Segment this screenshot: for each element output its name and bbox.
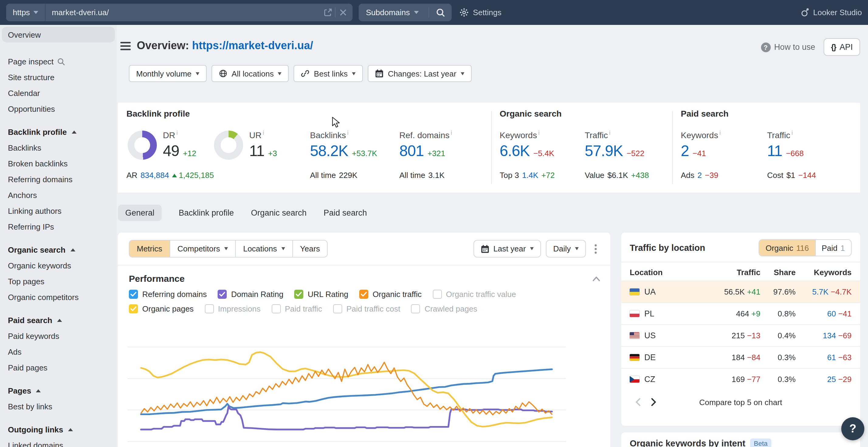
checkbox-paid-traffic-cost[interactable]: Paid traffic cost [333,304,400,313]
sidebar-item-paid-pages[interactable]: Paid pages [0,359,117,375]
segment-metrics[interactable]: Metrics [129,241,169,257]
location-row-cz[interactable]: CZ169 −770.3%25 −29 [621,368,860,390]
api-button[interactable]: {} API [824,38,860,56]
sidebar-item-referring-ips[interactable]: Referring IPs [0,219,117,234]
filter-monthly-volume-button[interactable]: Monthly volume [129,65,207,82]
filter-changes-last-year-button[interactable]: Changes: Last year [368,65,471,82]
checked-checkbox-icon[interactable] [129,290,138,299]
paid-traffic-value[interactable]: 11 [767,142,782,160]
scope-dropdown[interactable]: Subdomains [359,8,429,17]
sidebar-item-calendar[interactable]: Calendar [0,85,117,101]
checkbox-organic-traffic-value[interactable]: Organic traffic value [432,290,516,299]
backlinks-value[interactable]: 58.2K [310,142,348,160]
info-icon[interactable]: i [347,129,348,136]
info-icon[interactable]: i [792,129,793,136]
sidebar-item-opportunities[interactable]: Opportunities [0,101,117,116]
keywords-value[interactable]: 61 [827,353,836,362]
sidebar-section-backlink-profile[interactable]: Backlink profile [0,124,117,140]
settings-button[interactable]: Settings [460,0,501,25]
sidebar-item-anchors[interactable]: Anchors [0,187,117,203]
unchecked-checkbox-icon[interactable] [333,304,342,313]
unchecked-checkbox-icon[interactable] [432,290,442,299]
col-share[interactable]: Share [761,268,796,277]
date-range-button[interactable]: Last year [473,240,541,257]
filter-best-links-button[interactable]: Best links [294,65,363,82]
sidebar-item-best-by-links[interactable]: Best by links [0,399,117,414]
info-icon[interactable]: i [719,129,721,136]
sidebar-item-referring-domains[interactable]: Referring domains [0,171,117,187]
toggle-organic[interactable]: Organic116 [760,240,815,256]
keywords-value[interactable]: 60 [827,309,836,318]
checkbox-crawled-pages[interactable]: Crawled pages [411,304,477,313]
tab-paid-search[interactable]: Paid search [324,205,367,221]
ar-value[interactable]: 834,884 [141,171,169,180]
sidebar-item-organic-competitors[interactable]: Organic competitors [0,289,117,305]
filter-all-locations-button[interactable]: All locations [212,65,289,82]
info-icon[interactable]: i [176,129,178,136]
checked-checkbox-icon[interactable] [218,290,227,299]
performance-chart[interactable] [128,334,566,447]
organic-keywords-value[interactable]: 6.6K [500,142,530,160]
sidebar-item-linking-authors[interactable]: Linking authors [0,203,117,219]
checked-checkbox-icon[interactable] [129,304,138,313]
sidebar-section-pages[interactable]: Pages [0,383,117,399]
keywords-value[interactable]: 134 [823,331,836,340]
sidebar-item-page-inspect[interactable]: Page inspect [0,54,117,69]
protocol-dropdown[interactable]: https [6,4,45,21]
checkbox-organic-traffic[interactable]: Organic traffic [359,290,422,299]
sidebar-section-outgoing-links[interactable]: Outgoing links [0,421,117,437]
location-row-ua[interactable]: UA56.5K +4197.6%5.7K −4.7K [621,281,860,303]
col-keywords[interactable]: Keywords [796,268,851,277]
segment-locations[interactable]: Locations [235,241,292,257]
sidebar-item-broken-backlinks[interactable]: Broken backlinks [0,156,117,171]
checkbox-referring-domains[interactable]: Referring domains [129,290,207,299]
sidebar-item-site-structure[interactable]: Site structure [0,69,117,85]
col-traffic[interactable]: Traffic [705,268,761,277]
collapse-section-icon[interactable] [592,275,600,281]
checkbox-organic-pages[interactable]: Organic pages [129,304,194,313]
sidebar-item-ads[interactable]: Ads [0,344,117,359]
col-location[interactable]: Location [630,268,705,277]
info-icon[interactable]: i [262,129,264,136]
checkbox-domain-rating[interactable]: Domain Rating [218,290,283,299]
sidebar-item-top-pages[interactable]: Top pages [0,273,117,289]
ads-value[interactable]: 2 [698,171,702,180]
compare-top5-link[interactable]: Compare top 5 on chart [621,398,860,407]
paid-keywords-value[interactable]: 2 [681,142,689,160]
toggle-paid[interactable]: Paid1 [815,240,851,256]
checkbox-url-rating[interactable]: URL Rating [294,290,348,299]
tab-backlink-profile[interactable]: Backlink profile [179,205,234,221]
segment-years[interactable]: Years [292,241,327,257]
organic-traffic-value[interactable]: 57.9K [585,142,623,160]
looker-studio-button[interactable]: Looker Studio [801,0,862,25]
target-url-link[interactable]: https://market-dveri.ua/ [192,39,313,51]
segment-competitors[interactable]: Competitors [169,241,235,257]
keywords-value[interactable]: 5.7K [812,287,829,297]
ref-domains-value[interactable]: 801 [399,142,424,160]
help-button[interactable]: ? [841,417,864,440]
location-row-de[interactable]: DE184 −840.3%61 −63 [621,346,860,368]
hamburger-menu-icon[interactable] [120,42,131,50]
sidebar-section-paid-search[interactable]: Paid search [0,312,117,328]
sidebar-item-linked-domains[interactable]: Linked domains [0,437,117,447]
checked-checkbox-icon[interactable] [359,290,368,299]
sidebar-item-paid-keywords[interactable]: Paid keywords [0,328,117,344]
sidebar-item-overview[interactable]: Overview [2,27,115,42]
clear-url-icon[interactable] [336,4,350,21]
info-icon[interactable]: i [609,129,610,136]
unchecked-checkbox-icon[interactable] [271,304,281,313]
tab-organic-search[interactable]: Organic search [251,205,307,221]
sidebar-section-organic-search[interactable]: Organic search [0,242,117,257]
unchecked-checkbox-icon[interactable] [205,304,214,313]
url-input[interactable]: market-dveri.ua/ [45,8,320,17]
open-external-link-icon[interactable] [320,4,335,21]
granularity-button[interactable]: Daily [546,240,586,257]
how-to-use-button[interactable]: ? How to use [761,42,815,52]
top3-value[interactable]: 1.4K [522,171,538,180]
search-button[interactable] [429,4,452,21]
checkbox-paid-traffic[interactable]: Paid traffic [271,304,322,313]
checked-checkbox-icon[interactable] [294,290,303,299]
unchecked-checkbox-icon[interactable] [411,304,420,313]
keywords-value[interactable]: 25 [827,375,836,384]
tab-general[interactable]: General [118,205,162,221]
